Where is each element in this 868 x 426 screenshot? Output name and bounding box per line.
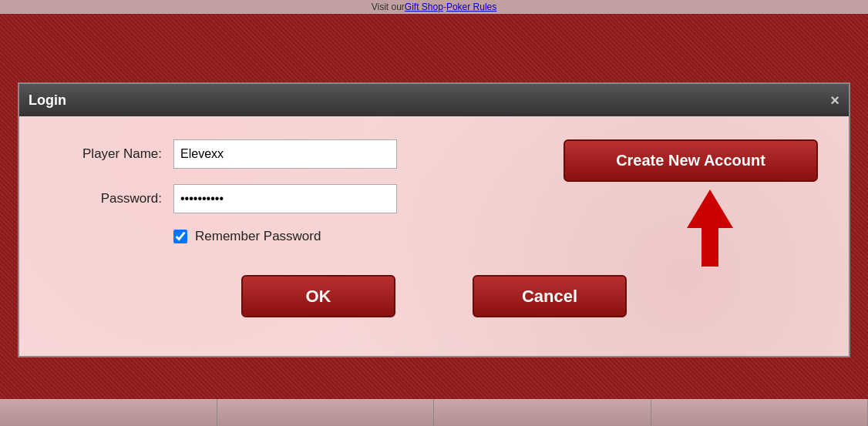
ok-button[interactable]: OK: [241, 275, 395, 317]
bottom-strip-segment-4: [651, 399, 869, 426]
bottom-strip-segment-3: [434, 399, 651, 426]
password-input[interactable]: [173, 184, 397, 213]
close-button[interactable]: ×: [830, 92, 839, 108]
arrow-container: [687, 190, 733, 267]
top-bar: Visit our Gift Shop - Poker Rules: [0, 0, 868, 14]
player-name-input[interactable]: [173, 139, 397, 169]
dialog-titlebar: Login ×: [19, 84, 849, 116]
background-area: Login × Create New Account Player Name: …: [0, 14, 868, 426]
dialog-body: Create New Account Player Name: Password…: [19, 116, 849, 333]
create-new-account-button[interactable]: Create New Account: [564, 139, 818, 182]
gift-shop-link[interactable]: Gift Shop: [405, 2, 443, 12]
bottom-strip-segment-2: [217, 399, 435, 426]
login-dialog: Login × Create New Account Player Name: …: [18, 82, 850, 357]
player-name-label: Player Name:: [50, 146, 173, 162]
password-label: Password:: [50, 191, 173, 206]
bottom-buttons: OK Cancel: [50, 275, 818, 317]
dialog-title: Login: [29, 92, 66, 109]
poker-rules-link[interactable]: Poker Rules: [446, 2, 496, 12]
cancel-button[interactable]: Cancel: [473, 275, 627, 317]
remember-password-label: Remember Password: [195, 229, 321, 244]
bottom-strip: [0, 399, 868, 426]
arrow-shaft: [701, 228, 718, 267]
remember-password-checkbox[interactable]: [173, 230, 187, 243]
visit-text: Visit our: [372, 2, 405, 12]
bottom-strip-segment-1: [0, 399, 217, 426]
arrow-head: [687, 190, 733, 228]
